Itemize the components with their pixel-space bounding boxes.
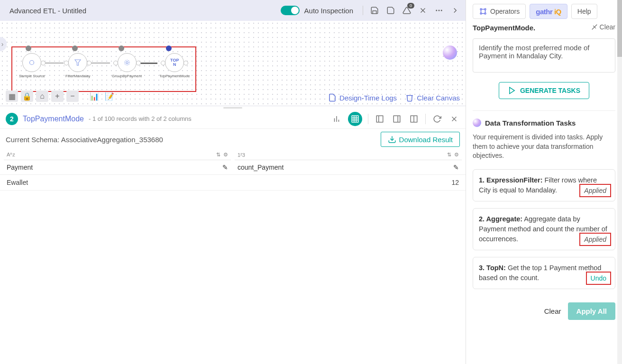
refresh-icon[interactable] [431,113,443,125]
design-time-logs-link[interactable]: Design-Time Logs [328,93,397,102]
node-sample-source[interactable] [22,53,41,72]
table-view-icon[interactable] [348,112,362,126]
svg-point-5 [30,61,34,65]
task-card: 1. ExpressionFilter: Filter rows where C… [473,169,615,201]
panel2-icon[interactable] [391,113,402,125]
apply-all-button[interactable]: Apply All [568,302,615,320]
step-badge: 2 [6,113,18,125]
svg-point-4 [441,10,442,11]
lock-icon[interactable]: 🔒 [21,91,33,102]
step-subtitle: - 1 of 100 records with 2 of 2 columns [89,115,192,122]
topbar: Advanced ETL - Untitled Auto Inspection … [0,0,466,21]
edit-icon[interactable]: ✎ [453,164,459,171]
notes-icon[interactable]: 📝 [103,91,116,102]
svg-point-8 [124,60,129,65]
svg-point-2 [436,10,437,11]
edit-icon[interactable]: ✎ [222,164,228,171]
more-icon[interactable] [434,6,444,15]
svg-point-26 [480,9,482,10]
cell-payment: Ewallet [4,175,231,190]
ai-orb-icon [473,118,481,127]
task-status-undo[interactable]: Undo [586,272,611,285]
schema-label: Current Schema: AssociativeAggregation_3… [6,136,163,144]
ai-assistant-orb[interactable] [443,46,457,60]
task-card: 3. TopN: Get the top 1 Payment method ba… [473,257,615,289]
tab-gathr-iq[interactable]: gathr iQ [530,4,567,19]
panel3-icon[interactable] [408,113,420,125]
clear-tasks-button[interactable]: Clear [544,307,561,315]
home-icon[interactable]: ⌂ [36,91,48,102]
save-icon[interactable] [386,6,395,15]
tab-help[interactable]: Help [571,4,597,19]
svg-rect-19 [393,116,400,122]
step-title: TopPaymentMode [23,115,84,123]
panel1-icon[interactable] [374,113,385,125]
table-row: Ewallet 12 [0,174,466,191]
auto-inspection-toggle[interactable] [281,6,300,15]
gathr-logo: gathr iQ [536,8,561,16]
auto-inspection-label: Auto Inspection [304,7,353,15]
svg-point-7 [126,62,128,64]
gear-icon[interactable]: ⚙ [223,152,228,158]
node-topn[interactable]: TOPN [165,53,184,72]
scrollbar[interactable] [617,0,622,364]
sort-icon[interactable]: ⇅ [447,152,451,158]
cell-count: 12 [235,175,462,190]
expand-handle[interactable]: › [0,37,7,51]
prompt-input[interactable]: Identify the most preferred mode of Paym… [473,38,615,73]
grid-icon[interactable]: ▦ [6,91,18,102]
task-card: 2. Aggregate: Aggregate data by Payment … [473,208,615,250]
minus-icon[interactable]: − [66,91,79,102]
tasks-section-title: Data Transformation Tasks [473,118,615,127]
plus-icon[interactable]: + [51,91,64,102]
col-type-icon: 1²3 [238,152,245,158]
svg-marker-6 [75,60,81,65]
task-status-applied[interactable]: Applied [579,184,611,197]
generate-tasks-button[interactable]: GENERATE TASKS [499,82,589,99]
svg-marker-34 [510,87,515,94]
forward-icon[interactable] [450,6,460,15]
svg-point-27 [485,9,486,10]
svg-point-3 [439,10,440,11]
save-as-icon[interactable] [370,6,379,15]
data-panel-header: 2 TopPaymentMode - 1 of 100 records with… [0,109,466,129]
bar-chart-icon[interactable] [331,113,342,125]
column-name: count_Payment [238,164,284,171]
svg-point-29 [485,13,486,14]
svg-point-28 [480,13,482,14]
app-title: Advanced ETL - Untitled [9,7,86,15]
alerts-badge: 0 [407,3,414,9]
close-icon[interactable] [418,6,428,15]
svg-rect-17 [376,116,383,122]
node-filter[interactable] [68,53,87,72]
download-result-button[interactable]: Download Result [381,132,460,147]
gear-icon[interactable]: ⚙ [454,152,459,158]
clear-prompt-button[interactable]: Clear [591,23,615,31]
close-panel-icon[interactable] [448,113,460,125]
side-panel: Operators gathr iQ Help TopPaymentMode. … [466,0,622,364]
canvas-toolbar: ▦ 🔒 ⌂ + − 📊 📝 [6,91,116,102]
svg-rect-12 [352,116,358,122]
alerts-icon[interactable]: 0 [402,6,412,15]
col-type-icon: Aᴬz [7,152,15,158]
pipeline-canvas[interactable]: › Sample Source FilterMandalay GroupByPa… [0,21,466,106]
node-groupby[interactable] [118,53,137,72]
tab-operators[interactable]: Operators [473,4,526,19]
column-name: Payment [7,164,33,171]
task-status-applied[interactable]: Applied [579,233,611,246]
context-title: TopPaymentMode. [473,24,535,32]
clear-canvas-link[interactable]: Clear Canvas [405,93,460,102]
sort-icon[interactable]: ⇅ [216,152,220,158]
tasks-section-desc: Your requirement is divided into tasks. … [473,133,615,161]
chart-icon[interactable]: 📊 [88,91,101,102]
